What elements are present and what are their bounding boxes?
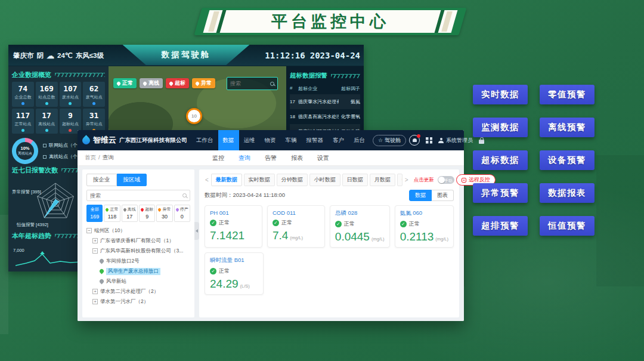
quick-button-data-report[interactable]: 数据报表 — [540, 183, 595, 203]
user-menu[interactable]: 系统管理员 — [438, 137, 473, 144]
alarm-row[interactable]: 17 德庆肇水污水处理有... 氨氮 — [290, 94, 360, 109]
dashboard-title: 数据驾驶舱 — [103, 45, 270, 65]
expand-icon[interactable]: + — [92, 289, 98, 294]
tab-query[interactable]: 查询 — [239, 154, 250, 162]
factor-card-ph[interactable]: PH 001 ✓正常 7.1421 — [205, 205, 262, 248]
quick-button-device-alert[interactable]: 设备预警 — [540, 150, 595, 170]
tab-monitor[interactable]: 监控 — [212, 154, 224, 162]
quick-button-monitor-data[interactable]: 监测数据 — [473, 118, 528, 137]
chip-offline[interactable]: 离线17 — [122, 205, 138, 222]
map-search-input[interactable] — [230, 81, 268, 87]
nav-item-ops[interactable]: 运维 — [239, 130, 260, 150]
map-search-box[interactable] — [227, 77, 278, 90]
pin-icon — [169, 81, 174, 85]
tree-node-company[interactable]: +广东省肇庆香料厂有限公司（1） — [92, 236, 190, 246]
city-label: 肇庆市 — [13, 51, 34, 60]
tree-node-outlet-selected[interactable]: 风华生产废水总排放口 — [100, 266, 190, 276]
tab-alert[interactable]: 告警 — [265, 154, 277, 162]
tab-report[interactable]: 报表 — [291, 154, 303, 162]
nav-item-materials[interactable]: 物资 — [260, 130, 281, 150]
tree-node-outlet[interactable]: 风华新站 — [100, 276, 190, 286]
chevron-left-icon[interactable]: < — [205, 177, 209, 183]
secondary-tabs: 监控 查询 告警 报表 设置 — [78, 154, 464, 162]
sidebar-tabs: 按企业 按区域 — [86, 174, 190, 186]
gray-pin-icon — [100, 258, 104, 264]
quick-button-overdischarge-alert[interactable]: 超排预警 — [473, 216, 528, 236]
chip-all[interactable]: 全部169 — [86, 205, 103, 222]
tree-label: 广东省肇庆香料厂有限公司（1） — [100, 237, 174, 245]
status-filter-chips: 全部169 正常118 离线17 超标9 异常30 停产0 — [86, 205, 190, 222]
tab-month-data[interactable]: 月数据 — [370, 174, 395, 186]
tab-quarter-data[interactable]: 季数 — [397, 174, 402, 186]
nav-item-vehicles[interactable]: 车辆 — [281, 130, 302, 150]
view-mode-segmented: 数据 图表 — [409, 190, 454, 201]
factor-unit: (mg/L) — [435, 236, 448, 242]
update-mode-toggle[interactable]: 手动 — [438, 176, 454, 184]
tree-node-company[interactable]: +肇水第二污水处理厂（2） — [92, 286, 190, 297]
tree-node-company[interactable]: −广东风华高新科技股份有限公司（3... — [92, 246, 190, 256]
chip-overlimit[interactable]: 超标9 — [139, 205, 155, 222]
chevron-right-icon[interactable]: > — [404, 177, 409, 183]
filter-chip-overlimit[interactable]: 超标 — [166, 78, 189, 88]
alarm-table-header: # 超标企业 超标因子 — [290, 82, 360, 94]
radar-header-label: 近七日报警次数 — [12, 166, 58, 175]
tab-settings[interactable]: 设置 — [317, 154, 329, 162]
data-time-label: 数据时间：2023-04-24 11:18:00 — [205, 192, 285, 199]
nav-item-customers[interactable]: 客户 — [328, 130, 349, 150]
sidebar-collapse-handle[interactable] — [194, 222, 199, 240]
star-icon: ☆ — [378, 137, 383, 143]
cockpit-pill-button[interactable]: ☆ 驾驶舱 — [373, 135, 406, 146]
sidebar-search-box[interactable] — [86, 190, 190, 201]
stat-card: 169站点总数 — [36, 82, 58, 107]
apps-grid-icon[interactable] — [426, 137, 432, 144]
chip-abnormal[interactable]: 异常30 — [156, 205, 172, 222]
nav-item-workbench[interactable]: 工作台 — [191, 130, 218, 150]
nav-item-alarm-device[interactable]: 报警器 — [302, 130, 329, 150]
tab-day-data[interactable]: 日数据 — [342, 174, 368, 186]
breadcrumb: 首页 / 查询 — [85, 154, 114, 162]
chip-count: 169 — [87, 214, 102, 220]
quick-button-zero-alert[interactable]: 零值预警 — [540, 85, 595, 104]
alarm-row[interactable]: 18 德庆县百惠污水处理... 化学需氧 — [290, 109, 360, 124]
tab-by-company[interactable]: 按企业 — [86, 174, 117, 186]
quick-button-offline-alert[interactable]: 离线预警 — [540, 118, 595, 137]
quick-button-constant-alert[interactable]: 恒值预警 — [540, 216, 595, 236]
nav-item-data[interactable]: 数据 — [218, 130, 239, 150]
factor-card-flow[interactable]: 瞬时流量 B01 ✓正常 24.29(L/S) — [205, 252, 264, 295]
filter-chip-abnormal[interactable]: 异常 — [192, 78, 215, 88]
filter-chip-offline[interactable]: 离线 — [140, 78, 163, 88]
search-icon[interactable] — [270, 82, 274, 86]
tab-realtime-data[interactable]: 实时数据 — [244, 174, 275, 186]
chip-stopped[interactable]: 停产0 — [174, 205, 190, 222]
nav-item-backend[interactable]: 后台 — [349, 130, 370, 150]
search-icon[interactable] — [182, 193, 187, 198]
factor-card-phosphorus[interactable]: 总磷 028 ✓正常 0.0445(mg/L) — [330, 205, 390, 248]
tab-minute-data[interactable]: 分钟数据 — [277, 174, 308, 186]
tree-node-district[interactable]: −端州区（10） — [86, 226, 190, 236]
quick-button-overlimit-data[interactable]: 超标数据 — [473, 150, 528, 170]
expand-icon[interactable]: + — [92, 238, 98, 243]
factor-cards-row2: 瞬时流量 B01 ✓正常 24.29(L/S) — [205, 252, 454, 295]
factor-card-ammonia[interactable]: 氨氮 060 ✓正常 0.2113(mg/L) — [395, 205, 454, 248]
tree-node-company[interactable]: +肇水第一污水厂（2） — [92, 297, 190, 307]
legend-item: 离线站点（个 — [43, 153, 78, 160]
click-update-label[interactable]: 点击更新 — [414, 177, 434, 184]
chip-normal[interactable]: 正常118 — [104, 205, 120, 222]
tab-latest-data[interactable]: 最新数据 — [211, 174, 242, 186]
breadcrumb-home[interactable]: 首页 — [85, 154, 96, 162]
tree-node-outlet[interactable]: 车间排放口2号 — [100, 256, 190, 266]
view-data-button[interactable]: 数据 — [409, 190, 432, 201]
quick-button-realtime-data[interactable]: 实时数据 — [473, 85, 528, 104]
notification-bell-icon[interactable] — [409, 135, 420, 146]
view-chart-button[interactable]: 图表 — [432, 190, 454, 201]
sidebar-search-input[interactable] — [90, 193, 180, 199]
collapse-icon[interactable]: − — [92, 248, 98, 254]
factor-card-cod[interactable]: COD 011 ✓正常 7.4(mg/L) — [267, 205, 325, 248]
filter-chip-normal[interactable]: 正常 — [113, 78, 137, 88]
map-cluster-marker[interactable]: 10 — [186, 108, 202, 124]
collapse-icon[interactable]: − — [86, 228, 92, 233]
expand-icon[interactable]: + — [92, 299, 98, 304]
tab-by-region[interactable]: 按区域 — [117, 174, 147, 186]
tab-hour-data[interactable]: 小时数据 — [309, 174, 340, 186]
quick-button-abnormal-alert[interactable]: 异常预警 — [473, 183, 528, 203]
